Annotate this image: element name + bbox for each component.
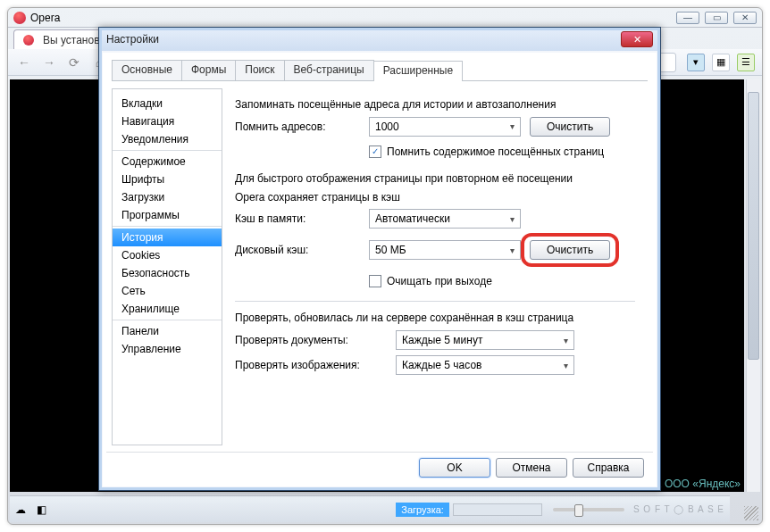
- sidebar-item-cookies[interactable]: Cookies: [113, 246, 222, 264]
- remember-addresses-value: 1000: [375, 121, 399, 133]
- nav-back-button[interactable]: ←: [13, 53, 35, 72]
- mem-cache-label: Кэш в памяти:: [235, 212, 369, 225]
- chevron-down-icon: ▾: [564, 361, 568, 370]
- tab-search[interactable]: Поиск: [235, 60, 284, 80]
- vertical-scrollbar[interactable]: [746, 79, 760, 492]
- dialog-close-button[interactable]: ✕: [621, 31, 653, 47]
- loading-progress: [453, 503, 542, 516]
- resize-grip[interactable]: [744, 506, 758, 520]
- disk-cache-value: 50 МБ: [375, 244, 406, 256]
- sidebar-item-navigation[interactable]: Навигация: [113, 112, 222, 130]
- tab-forms[interactable]: Формы: [181, 60, 236, 80]
- mem-cache-select[interactable]: Автоматически ▾: [369, 209, 521, 229]
- check-docs-label: Проверять документы:: [235, 334, 396, 346]
- divider: [235, 301, 635, 302]
- image-icon[interactable]: ☰: [737, 54, 755, 71]
- disk-cache-label: Дисковый кэш:: [235, 244, 369, 256]
- sidebar-item-tabs[interactable]: Вкладки: [113, 95, 222, 112]
- settings-pane: Запоминать посещённые адреса для истории…: [222, 88, 648, 445]
- settings-sidebar: Вкладки Навигация Уведомления Содержимое…: [112, 88, 222, 445]
- opera-logo-icon: [23, 35, 34, 46]
- nav-reload-button[interactable]: ⟳: [63, 53, 85, 72]
- check-docs-select[interactable]: Каждые 5 минут ▾: [396, 330, 574, 350]
- server-check-note: Проверять, обновилась ли на сервере сохр…: [235, 311, 635, 326]
- scrollbar-thumb[interactable]: [748, 92, 759, 360]
- dialog-tabs: Основные Формы Поиск Веб-страницы Расшир…: [112, 60, 648, 81]
- clear-addresses-button[interactable]: Очистить: [530, 117, 610, 137]
- check-images-label: Проверять изображения:: [235, 359, 396, 371]
- nav-forward-button[interactable]: →: [38, 53, 60, 72]
- sidebar-item-content[interactable]: Содержимое: [113, 153, 222, 170]
- sidebar-item-history[interactable]: История: [113, 229, 222, 246]
- remember-content-label: Помнить содержимое посещённых страниц: [387, 145, 604, 158]
- dialog-title: Настройки: [106, 33, 159, 46]
- cache-note-1: Для быстрого отображения страницы при по…: [235, 171, 635, 187]
- maximize-button[interactable]: ▭: [705, 12, 728, 24]
- sidebar-item-management[interactable]: Управление: [113, 340, 222, 358]
- remember-addresses-select[interactable]: 1000 ▾: [369, 117, 521, 137]
- help-button[interactable]: Справка: [573, 458, 644, 478]
- sidebar-item-security[interactable]: Безопасность: [113, 264, 222, 282]
- tab-general[interactable]: Основные: [112, 60, 182, 80]
- cloud-icon[interactable]: ☁: [15, 503, 26, 516]
- clear-on-exit-label: Очищать при выходе: [387, 275, 492, 287]
- opera-logo-icon: [13, 12, 26, 24]
- check-docs-value: Каждые 5 минут: [402, 334, 482, 346]
- chevron-down-icon: ▾: [510, 121, 515, 131]
- remember-addresses-label: Помнить адресов:: [235, 121, 369, 133]
- highlight-ring: Очистить: [521, 233, 619, 267]
- dialog-titlebar[interactable]: Настройки ✕: [99, 28, 660, 51]
- chevron-down-icon: ▾: [510, 214, 515, 224]
- browser-title: Opera: [30, 12, 60, 24]
- cancel-button[interactable]: Отмена: [496, 458, 567, 478]
- clear-disk-cache-button[interactable]: Очистить: [530, 240, 610, 260]
- arrow-down-icon[interactable]: ▾: [687, 54, 705, 71]
- disk-cache-select[interactable]: 50 МБ ▾: [369, 240, 521, 260]
- cache-note-2: Opera сохраняет страницы в кэш: [235, 190, 635, 205]
- status-loading-label: Загрузка:: [396, 503, 449, 517]
- camera-icon[interactable]: ◧: [37, 503, 46, 516]
- clear-on-exit-checkbox[interactable]: [369, 275, 381, 287]
- tab-advanced[interactable]: Расширенные: [373, 61, 464, 81]
- remember-content-checkbox[interactable]: ✓: [369, 145, 381, 158]
- sidebar-item-downloads[interactable]: Загрузки: [113, 188, 222, 206]
- zoom-slider[interactable]: [553, 508, 624, 511]
- sidebar-item-storage[interactable]: Хранилище: [113, 300, 222, 318]
- close-window-button[interactable]: ✕: [733, 12, 757, 24]
- sidebar-item-network[interactable]: Сеть: [113, 282, 222, 300]
- tab-webpages[interactable]: Веб-страницы: [284, 60, 374, 80]
- status-bar: ☁ ◧ Загрузка: S O F T ◯ B A S E: [10, 495, 730, 522]
- browser-titlebar: Opera — ▭ ✕: [8, 8, 762, 28]
- minimize-button[interactable]: —: [676, 12, 699, 24]
- mem-cache-value: Автоматически: [375, 212, 450, 225]
- ok-button[interactable]: OK: [419, 458, 490, 478]
- chevron-down-icon: ▾: [510, 245, 515, 255]
- remember-addresses-note: Запоминать посещённые адреса для истории…: [235, 97, 635, 112]
- check-images-select[interactable]: Каждые 5 часов ▾: [396, 355, 574, 375]
- sidebar-item-notifications[interactable]: Уведомления: [113, 130, 222, 148]
- sidebar-item-fonts[interactable]: Шрифты: [113, 170, 222, 188]
- check-images-value: Каждые 5 часов: [402, 359, 481, 371]
- sidebar-item-programs[interactable]: Программы: [113, 206, 222, 224]
- settings-dialog: Настройки ✕ Основные Формы Поиск Веб-стр…: [98, 27, 661, 491]
- page-icon[interactable]: ▦: [712, 54, 730, 71]
- chevron-down-icon: ▾: [564, 336, 568, 345]
- watermark: S O F T ◯ B A S E: [633, 504, 724, 514]
- dialog-actions: OK Отмена Справка: [106, 452, 653, 483]
- sidebar-item-panels[interactable]: Панели: [113, 322, 222, 340]
